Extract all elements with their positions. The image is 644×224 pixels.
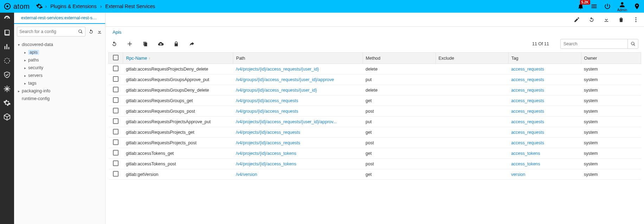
lock-icon[interactable] bbox=[173, 41, 179, 47]
cell-path[interactable]: /v4/groups/{id}/access_requests/{user_id… bbox=[233, 85, 363, 95]
edit-icon[interactable] bbox=[574, 17, 580, 23]
cell-tag[interactable]: access_requests bbox=[508, 95, 581, 106]
cell-tag[interactable]: access_requests bbox=[508, 138, 581, 148]
row-checkbox[interactable] bbox=[109, 95, 123, 106]
cell-path[interactable]: /v4/projects/{id}/access_requests/{user_… bbox=[233, 117, 363, 127]
table-row[interactable]: gitlab:accessRequestsGroupsApprove_put/v… bbox=[109, 74, 641, 85]
cell-tag[interactable]: access_requests bbox=[508, 74, 581, 85]
table-row[interactable]: gitlab:accessRequestsProjects_get/v4/pro… bbox=[109, 127, 641, 138]
share-icon[interactable] bbox=[189, 41, 195, 47]
cell-path[interactable]: /v4/projects/{id}/access_requests/{user_… bbox=[233, 64, 363, 74]
cube-icon[interactable] bbox=[3, 113, 11, 121]
table-row[interactable]: gitlab:accessRequestsGroupsDeny_delete/v… bbox=[109, 85, 641, 95]
checkbox-icon[interactable] bbox=[113, 55, 119, 60]
delete-icon[interactable] bbox=[618, 17, 624, 23]
download-icon[interactable] bbox=[603, 17, 610, 23]
book-icon[interactable] bbox=[3, 29, 11, 37]
cell-tag[interactable]: access_tokens bbox=[508, 159, 581, 169]
checkbox-icon[interactable] bbox=[113, 97, 119, 103]
table-row[interactable]: gitlab:accessRequestsGroups_post/v4/grou… bbox=[109, 106, 641, 117]
cell-tag[interactable]: access_requests bbox=[508, 106, 581, 117]
row-checkbox[interactable] bbox=[109, 106, 123, 117]
row-checkbox[interactable] bbox=[109, 159, 123, 169]
location-button[interactable] bbox=[633, 3, 640, 10]
col-rpc-name[interactable]: Rpc-Name↑ bbox=[123, 53, 233, 64]
table-row[interactable]: gitlab:accessRequestsGroups_get/v4/group… bbox=[109, 95, 641, 106]
row-checkbox[interactable] bbox=[109, 64, 123, 74]
col-owner[interactable]: Owner bbox=[581, 53, 641, 64]
notifications-button[interactable]: 5.2K bbox=[577, 3, 584, 10]
cell-path[interactable]: /v4/projects/{id}/access_tokens bbox=[233, 148, 363, 159]
cell-tag[interactable]: access_tokens bbox=[508, 148, 581, 159]
shield-icon[interactable] bbox=[3, 71, 11, 79]
grid-search-button[interactable] bbox=[627, 39, 638, 49]
cell-path[interactable]: /v4/projects/{id}/access_tokens bbox=[233, 159, 363, 169]
add-icon[interactable] bbox=[127, 41, 133, 47]
grid-search-input[interactable] bbox=[561, 41, 627, 46]
checkbox-icon[interactable] bbox=[113, 76, 119, 82]
power-button[interactable] bbox=[604, 3, 611, 10]
checkbox-icon[interactable] bbox=[113, 108, 119, 113]
table-row[interactable]: gitlab:getVersion/v4/versiongetversionsy… bbox=[109, 169, 641, 180]
row-checkbox[interactable] bbox=[109, 127, 123, 138]
cell-tag[interactable]: access_requests bbox=[508, 127, 581, 138]
checkbox-icon[interactable] bbox=[113, 87, 119, 92]
user-menu[interactable]: Admin bbox=[617, 1, 627, 12]
tree-node-discovered-data[interactable]: ▾discovered-data bbox=[16, 41, 103, 48]
explorer-tab[interactable]: external-rest-services:external-rest-ser… bbox=[14, 13, 105, 24]
config-search[interactable] bbox=[17, 27, 85, 37]
cloud-upload-icon[interactable] bbox=[158, 41, 164, 47]
menu-button[interactable] bbox=[591, 3, 598, 10]
checkbox-icon[interactable] bbox=[113, 150, 119, 156]
table-row[interactable]: gitlab:accessRequestProjectsDeny_delete/… bbox=[109, 64, 641, 74]
cell-tag[interactable]: access_requests bbox=[508, 64, 581, 74]
circle-dots-icon[interactable] bbox=[3, 57, 11, 65]
refresh-icon[interactable] bbox=[588, 17, 595, 23]
breadcrumb-plugins[interactable]: Plugins & Extensions bbox=[50, 4, 97, 9]
table-row[interactable]: gitlab:accessTokens_post/v4/projects/{id… bbox=[109, 159, 641, 169]
row-checkbox[interactable] bbox=[109, 148, 123, 159]
gear-icon[interactable] bbox=[36, 3, 43, 10]
table-row[interactable]: gitlab:accessTokens_get/v4/projects/{id}… bbox=[109, 148, 641, 159]
tree-node-packaging-info[interactable]: ▸packaging-info bbox=[16, 87, 103, 95]
tree-node-security[interactable]: ▸security bbox=[23, 64, 103, 72]
grid-search[interactable] bbox=[560, 39, 638, 49]
col-method[interactable]: Method bbox=[363, 53, 435, 64]
select-all-header[interactable] bbox=[109, 53, 123, 64]
checkbox-icon[interactable] bbox=[113, 139, 119, 145]
more-vert-icon[interactable] bbox=[633, 17, 639, 23]
app-logo[interactable]: atom bbox=[4, 2, 30, 11]
checkbox-icon[interactable] bbox=[113, 66, 119, 71]
refresh-icon[interactable] bbox=[88, 29, 94, 34]
tree-node-tags[interactable]: ▸tags bbox=[23, 79, 103, 87]
col-tag[interactable]: Tag bbox=[508, 53, 581, 64]
row-checkbox[interactable] bbox=[109, 85, 123, 95]
tree-node-apis[interactable]: ▸apis bbox=[23, 48, 103, 56]
breadcrumb-external-rest[interactable]: External Rest Services bbox=[105, 4, 155, 9]
cell-tag[interactable]: version bbox=[508, 169, 581, 180]
row-checkbox[interactable] bbox=[109, 169, 123, 180]
cell-path[interactable]: /v4/groups/{id}/access_requests bbox=[233, 106, 363, 117]
tree-node-runtime-config[interactable]: ▸runtime-config bbox=[16, 95, 103, 103]
checkbox-icon[interactable] bbox=[113, 118, 119, 124]
checkbox-icon[interactable] bbox=[113, 160, 119, 166]
cell-path[interactable]: /v4/projects/{id}/access_requests bbox=[233, 127, 363, 138]
table-row[interactable]: gitlab:accessRequestsProjects_post/v4/pr… bbox=[109, 138, 641, 148]
col-exclude[interactable]: Exclude bbox=[435, 53, 508, 64]
download-icon[interactable] bbox=[97, 29, 102, 34]
cell-path[interactable]: /v4/version bbox=[233, 169, 363, 180]
col-path[interactable]: Path bbox=[233, 53, 363, 64]
cell-tag[interactable]: access_requests bbox=[508, 117, 581, 127]
tree-node-paths[interactable]: ▸paths bbox=[23, 56, 103, 64]
dashboard-icon[interactable] bbox=[3, 15, 11, 22]
refresh-icon[interactable] bbox=[111, 41, 117, 47]
bar-chart-icon[interactable] bbox=[3, 43, 11, 51]
gear-icon[interactable] bbox=[3, 99, 11, 107]
cell-path[interactable]: /v4/groups/{id}/access_requests bbox=[233, 95, 363, 106]
row-checkbox[interactable] bbox=[109, 74, 123, 85]
cell-path[interactable]: /v4/projects/{id}/access_requests bbox=[233, 138, 363, 148]
config-search-input[interactable] bbox=[19, 29, 78, 34]
copy-icon[interactable] bbox=[142, 41, 148, 47]
checkbox-icon[interactable] bbox=[113, 171, 119, 177]
row-checkbox[interactable] bbox=[109, 117, 123, 127]
